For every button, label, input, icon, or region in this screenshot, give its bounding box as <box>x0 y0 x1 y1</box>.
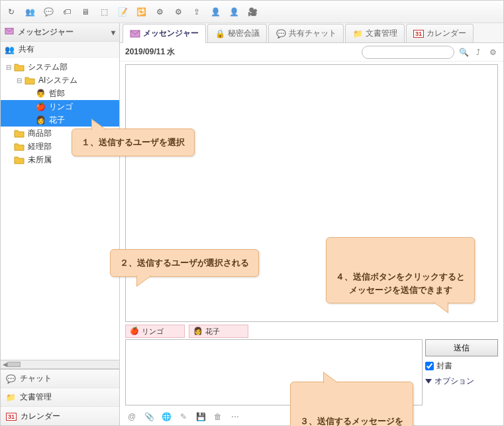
chevron-icon[interactable]: ▾ <box>111 28 115 37</box>
share-row[interactable]: 👥 共有 <box>1 42 119 58</box>
sidebar-header: メッセンジャー ▾ <box>1 23 119 42</box>
folder-icon <box>14 155 25 164</box>
sidebar-nav: 💬チャット📁文書管理31カレンダー <box>1 369 119 425</box>
person-gear-icon[interactable]: 👤 <box>227 5 240 19</box>
refresh-icon[interactable]: ↻ <box>5 5 18 19</box>
group-icon: 👥 <box>5 45 15 54</box>
avatar-m-icon: 👨 <box>35 88 46 99</box>
recipient-row: 🍎リンゴ👩花子 <box>125 325 423 338</box>
options-toggle[interactable]: オプション <box>425 376 498 387</box>
trash-icon[interactable]: 🗑 <box>213 411 223 422</box>
sidenav-doc[interactable]: 📁文書管理 <box>1 388 119 407</box>
mail-icon <box>130 28 140 39</box>
sidenav-cal[interactable]: 31カレンダー <box>1 407 119 425</box>
date-bar: 2019/09/11 水 🔍 ⤴ ⚙ <box>120 43 503 62</box>
tab-label: 共有チャット <box>289 28 336 39</box>
save-icon[interactable]: 💾 <box>195 411 206 422</box>
callout-2: ２、送信するユーザが選択される <box>110 249 259 277</box>
tab-lock[interactable]: 🔒秘密会議 <box>207 24 267 42</box>
apple-icon: 🍎 <box>130 327 139 336</box>
tab-label: 文書管理 <box>366 28 397 39</box>
date-label: 2019/09/11 水 <box>125 46 175 58</box>
doc-icon: 📁 <box>352 28 363 39</box>
avatar-f-icon: 👩 <box>35 115 46 125</box>
search-icon[interactable]: 🔍 <box>458 47 469 58</box>
recipient-chip[interactable]: 👩花子 <box>189 325 248 338</box>
top-toolbar: ↻👥💬🏷🖥⬚📝🔁⚙⚙⇪👤👤🎥 <box>1 1 503 23</box>
video-icon[interactable]: 🎥 <box>246 5 259 19</box>
apple-icon: 🍎 <box>35 101 46 112</box>
sidenav-label: カレンダー <box>21 411 60 422</box>
recipient-label: リンゴ <box>142 327 164 337</box>
tree-label: 未所属 <box>28 154 52 166</box>
tab-label: メッセンジャー <box>143 28 199 39</box>
gear2-icon[interactable]: ⚙ <box>172 5 185 19</box>
tree-user[interactable]: 🍎リンゴ <box>1 100 119 113</box>
tab-doc[interactable]: 📁文書管理 <box>345 24 405 42</box>
gear1-icon[interactable]: ⚙ <box>153 5 166 19</box>
tab-cal[interactable]: 31カレンダー <box>406 24 474 42</box>
folder-icon <box>14 129 25 138</box>
tree-folder[interactable]: ⊟システム部 <box>1 60 119 74</box>
sidenav-chat[interactable]: 💬チャット <box>1 370 119 388</box>
tree-label: システム部 <box>28 62 68 73</box>
tree-toggle[interactable]: ⊟ <box>15 77 23 84</box>
tree-label: リンゴ <box>49 101 73 113</box>
doc-icon: 📁 <box>6 393 16 402</box>
recipient-label: 花子 <box>205 327 220 337</box>
tree-user[interactable]: 👨哲郎 <box>1 87 119 100</box>
more-icon[interactable]: ⋯ <box>230 411 240 422</box>
tab-chat[interactable]: 💬共有チャット <box>268 24 344 42</box>
folder-icon <box>14 62 25 72</box>
share-label: 共有 <box>19 44 34 55</box>
h-scrollbar[interactable]: ◀ <box>1 360 119 369</box>
gear-icon[interactable]: ⚙ <box>487 47 498 58</box>
upload-icon[interactable]: ⇪ <box>190 5 203 19</box>
tag-icon[interactable]: 🏷 <box>60 5 74 19</box>
avatar-f-icon: 👩 <box>193 327 203 336</box>
sidenav-label: チャット <box>20 373 52 384</box>
search-input[interactable] <box>362 46 454 59</box>
callout-3: ３、送信するメッセージを ここに入力 <box>290 382 413 426</box>
compose-icon[interactable]: 📝 <box>116 5 129 19</box>
tab-bar: メッセンジャー🔒秘密会議💬共有チャット📁文書管理31カレンダー <box>120 23 503 43</box>
sync-icon[interactable]: 🔁 <box>134 5 148 19</box>
chat-bubble-icon[interactable]: 💬 <box>42 5 55 19</box>
marquee-icon[interactable]: ⬚ <box>97 5 111 19</box>
user-tree: ⊟システム部⊟AIシステム👨哲郎🍎リンゴ👩花子商品部経理部未所属 <box>1 58 119 360</box>
recipient-chip[interactable]: 🍎リンゴ <box>125 325 185 338</box>
mail-icon <box>5 27 14 38</box>
tree-label: 商品部 <box>28 128 52 139</box>
tab-label: カレンダー <box>427 28 466 39</box>
tree-folder[interactable]: ⊟AIシステム <box>1 74 119 87</box>
tree-label: 哲郎 <box>49 88 65 99</box>
up-icon[interactable]: ⤴ <box>473 47 483 58</box>
group-icon[interactable]: 👥 <box>23 5 36 19</box>
tree-toggle[interactable]: ⊟ <box>5 64 13 71</box>
lock-icon: 🔒 <box>215 28 225 39</box>
person-add-icon[interactable]: 👤 <box>209 5 222 19</box>
tab-label: 秘密会議 <box>228 28 260 39</box>
tree-label: AIシステム <box>38 75 77 86</box>
chat-icon: 💬 <box>6 374 16 384</box>
folder-icon <box>25 76 35 85</box>
tab-mail[interactable]: メッセンジャー <box>123 24 206 43</box>
clip-icon[interactable]: 📎 <box>144 411 154 422</box>
sealed-checkbox[interactable]: 封書 <box>425 360 498 372</box>
tree-label: 花子 <box>49 115 65 126</box>
sidebar-title: メッセンジャー <box>18 27 74 38</box>
callout-1: １、送信するユーザを選択 <box>72 129 195 156</box>
folder-icon <box>14 142 25 151</box>
tree-label: 経理部 <box>28 141 52 152</box>
send-button[interactable]: 送信 <box>425 339 498 356</box>
sidenav-label: 文書管理 <box>20 392 52 403</box>
cal-icon: 31 <box>6 411 17 421</box>
globe-icon[interactable]: 🌐 <box>161 411 172 422</box>
content-pane: メッセンジャー🔒秘密会議💬共有チャット📁文書管理31カレンダー 2019/09/… <box>120 23 503 425</box>
at-icon[interactable]: @ <box>126 411 137 422</box>
chat-icon: 💬 <box>276 28 286 39</box>
present-icon[interactable]: 🖥 <box>79 5 92 19</box>
edit-icon[interactable]: ✎ <box>178 411 189 422</box>
triangle-down-icon <box>425 379 432 384</box>
sidebar: メッセンジャー ▾ 👥 共有 ⊟システム部⊟AIシステム👨哲郎🍎リンゴ👩花子商品… <box>1 23 120 425</box>
